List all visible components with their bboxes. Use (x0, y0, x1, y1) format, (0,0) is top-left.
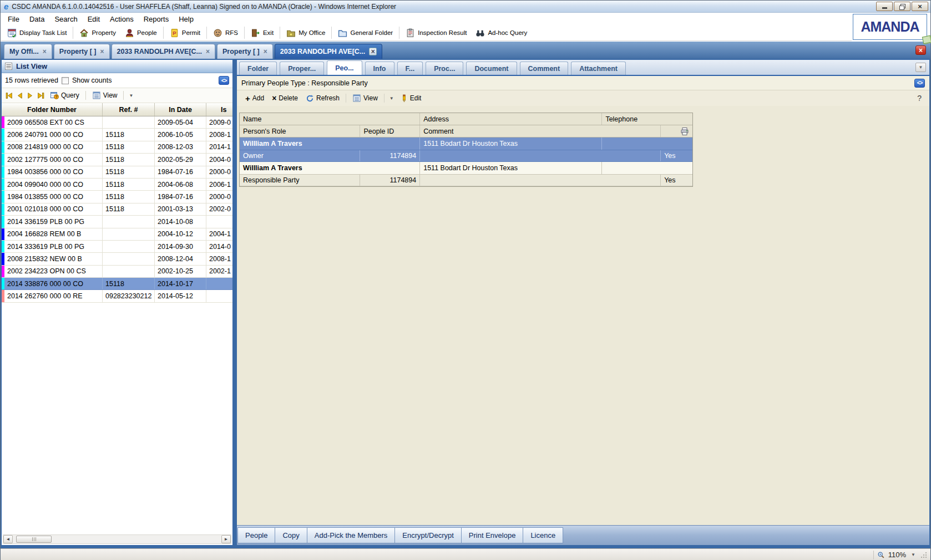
table-row[interactable]: 1984 003856 000 00 CO151181984-07-162000… (2, 166, 232, 179)
people-record-role-row[interactable]: Owner1174894Yes (240, 150, 692, 162)
toolbar-permit[interactable]: PPermit (165, 27, 205, 39)
next-page-button[interactable] (26, 91, 34, 100)
detail-tab-document[interactable]: Document (466, 62, 517, 75)
table-row[interactable]: 2001 021018 000 00 CO151182001-03-132002… (2, 203, 232, 216)
action-button-encrypt-decrypt[interactable]: Encrypt/Decrypt (394, 527, 461, 543)
menu-search[interactable]: Search (49, 14, 82, 24)
menu-help[interactable]: Help (174, 14, 199, 24)
previous-page-button[interactable] (16, 91, 24, 100)
resize-grip-icon[interactable] (920, 552, 927, 558)
menu-actions[interactable]: Actions (105, 14, 139, 24)
table-row[interactable]: 2004 166828 REM 00 B2004-10-122004-1 (2, 228, 232, 241)
tab-close-icon[interactable]: × (43, 48, 47, 55)
menu-file[interactable]: File (3, 14, 24, 24)
show-counts-checkbox[interactable] (62, 77, 69, 84)
menu-edit[interactable]: Edit (83, 14, 105, 24)
toolbar-people[interactable]: People (120, 27, 161, 39)
last-page-button[interactable] (37, 91, 45, 100)
restore-button[interactable] (894, 2, 910, 11)
zoom-dropdown-arrow-icon[interactable]: ▼ (909, 552, 917, 557)
view-dropdown-arrow-icon[interactable]: ▼ (127, 93, 135, 98)
help-icon[interactable]: ? (917, 94, 922, 103)
people-subheader-row[interactable]: Person's RolePeople IDComment (240, 125, 692, 138)
table-row[interactable]: 2014 336159 PLB 00 PG2014-10-08 (2, 216, 232, 228)
table-row[interactable]: 2008 215832 NEW 00 B2008-12-042008-1 (2, 253, 232, 265)
action-button-copy[interactable]: Copy (275, 527, 307, 543)
table-row[interactable]: 2014 338876 000 00 CO151182014-10-17 (2, 278, 232, 290)
action-button-print-envelope[interactable]: Print Envelope (461, 527, 524, 543)
add-button[interactable]: + Add (242, 93, 267, 104)
people-record-name-row[interactable]: Willliam A Travers1511 Bodart Dr Houston… (240, 138, 692, 150)
detail-tab-folder[interactable]: Folder (239, 62, 277, 75)
table-row[interactable]: 2002 234223 OPN 00 CS2002-10-252002-1 (2, 266, 232, 278)
toolbar-inspection-result[interactable]: Inspection Result (401, 27, 471, 39)
table-row[interactable]: 2008 214819 000 00 CO151182008-12-032014… (2, 141, 232, 154)
scroll-left-button[interactable]: ◄ (3, 535, 13, 543)
expand-badge-icon[interactable]: <> (914, 79, 925, 88)
scroll-right-button[interactable]: ► (221, 535, 231, 543)
detail-tab-f[interactable]: F... (397, 62, 423, 75)
close-button[interactable]: × (912, 2, 928, 11)
people-view-button[interactable]: View (350, 93, 381, 104)
detail-tab-proc[interactable]: Proc... (426, 62, 463, 75)
toolbar-property[interactable]: Property (75, 27, 120, 39)
people-header-row[interactable]: NameAddressTelephone (240, 113, 692, 125)
detail-tab-info[interactable]: Info (365, 62, 394, 75)
menu-reports[interactable]: Reports (139, 14, 174, 24)
tab-close-icon[interactable]: × (206, 48, 210, 55)
table-row[interactable]: 2014 262760 000 00 RE0928232302122014-05… (2, 290, 232, 302)
main-tab-property-1[interactable]: Property [ ]× (54, 44, 110, 59)
toolbar-general-folder[interactable]: General Folder (333, 27, 397, 39)
cell-issue-date: 2002-1 (206, 266, 232, 277)
expand-badge-icon[interactable]: <> (219, 76, 229, 85)
detail-tab-proper[interactable]: Proper... (280, 62, 324, 75)
detail-tab-attachment[interactable]: Attachment (571, 62, 626, 75)
people-record-role-row[interactable]: Responsible Party1174894Yes (240, 175, 692, 186)
table-row[interactable]: 2014 333619 PLB 00 PG2014-09-302014-0 (2, 241, 232, 253)
column-header-is[interactable]: Is (206, 103, 232, 116)
tab-close-icon[interactable]: × (369, 48, 377, 55)
query-button[interactable]: ? Query (47, 90, 82, 101)
table-row[interactable]: 2002 127775 000 00 CO151182002-05-292004… (2, 154, 232, 166)
scrollbar-thumb[interactable] (16, 536, 52, 543)
menu-data[interactable]: Data (24, 14, 49, 24)
column-header-ref[interactable]: Ref. # (103, 103, 155, 116)
main-tab-my-offi-0[interactable]: My Offi...× (4, 44, 52, 59)
zoom-magnifier-icon[interactable] (877, 551, 885, 559)
column-header-in-date[interactable]: In Date (155, 103, 206, 116)
table-row[interactable]: 2004 099040 000 00 CO151182004-06-082006… (2, 179, 232, 191)
toolbar-ad-hoc-query[interactable]: Ad-hoc Query (471, 27, 532, 39)
action-button-add-pick-the-members[interactable]: Add-Pick the Members (307, 527, 396, 543)
toolbar-display-task-list[interactable]: Display Task List (3, 27, 71, 39)
table-row[interactable]: 1984 013855 000 00 CO151181984-07-162000… (2, 191, 232, 203)
minimize-button[interactable] (876, 2, 893, 11)
toolbar-rfs[interactable]: RFS (209, 27, 242, 39)
refresh-button[interactable]: Refresh (303, 93, 342, 104)
view-button[interactable]: View (89, 90, 120, 101)
cell-issue-date: 2014-0 (206, 241, 232, 252)
action-button-licence[interactable]: Licence (523, 527, 563, 543)
tabstrip-close-button[interactable]: × (915, 45, 926, 55)
edit-button[interactable]: Edit (398, 93, 424, 104)
people-view-dropdown-arrow-icon[interactable]: ▼ (388, 96, 396, 101)
printer-icon[interactable] (680, 127, 689, 136)
detail-tab-peo[interactable]: Peo... (327, 60, 362, 75)
action-button-people[interactable]: People (237, 527, 275, 543)
column-header-folder-number[interactable]: Folder Number (2, 103, 103, 116)
main-tab-2033-randolph-ave-c-2[interactable]: 2033 RANDOLPH AVE[C...× (112, 44, 216, 59)
table-row[interactable]: 2009 065508 EXT 00 CS2009-05-042009-0 (2, 116, 232, 129)
first-page-button[interactable] (5, 91, 13, 100)
people-record-name-row[interactable]: Willliam A Travers1511 Bodart Dr Houston… (240, 162, 692, 175)
toolbar-my-office[interactable]: My Office (282, 27, 330, 39)
tab-close-icon[interactable]: × (100, 48, 104, 55)
main-tab-2033-randolph-ave-c-4[interactable]: 2033 RANDOLPH AVE[C...× (275, 44, 383, 59)
delete-button[interactable]: × Delete (269, 93, 301, 103)
tab-overflow-dropdown[interactable]: ▼ (915, 63, 926, 72)
horizontal-scrollbar[interactable]: ◄ ► (3, 534, 231, 544)
tab-close-icon[interactable]: × (264, 48, 267, 55)
table-row[interactable]: 2006 240791 000 00 CO151182006-10-052008… (2, 129, 232, 141)
zoom-level[interactable]: 110% (888, 551, 906, 559)
toolbar-exit[interactable]: Exit (246, 27, 278, 39)
main-tab-property-3[interactable]: Property [ ]× (217, 44, 273, 59)
detail-tab-comment[interactable]: Comment (520, 62, 569, 75)
